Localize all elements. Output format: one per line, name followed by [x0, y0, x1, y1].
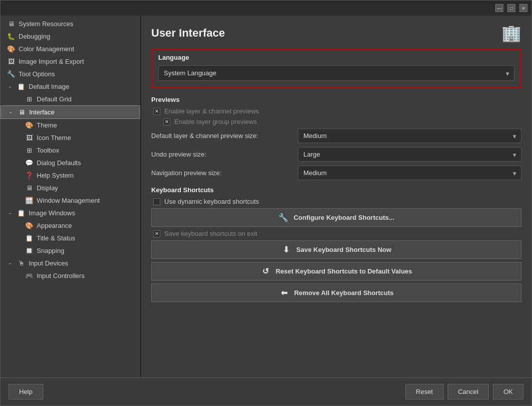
sidebar-icon-icon-theme: 🖼: [25, 134, 34, 142]
remove-keyboard-button[interactable]: ⬅ Remove All Keyboard Shortcuts: [151, 284, 521, 302]
sidebar-item-icon-theme[interactable]: 🖼Icon Theme: [1, 131, 140, 144]
ok-button[interactable]: OK: [493, 384, 523, 399]
sidebar-item-theme[interactable]: 🎨Theme: [1, 119, 140, 131]
configure-keyboard-label: Configure Keyboard Shortcuts...: [293, 214, 394, 221]
navigation-preview-row: Navigation preview size: Tiny Small Medi…: [151, 166, 521, 180]
sidebar-label-input-devices: Input Devices: [29, 259, 68, 267]
sidebar-icon-default-grid: ⊞: [25, 95, 34, 103]
default-layer-channel-row: Default layer & channel preview size: Ti…: [151, 128, 521, 143]
sidebar-label-input-controllers: Input Controllers: [37, 272, 84, 280]
default-layer-channel-dropdown-wrapper: Tiny Small Medium Large Huge: [298, 128, 521, 143]
save-keyboard-label: Save Keyboard Shortcuts Now: [296, 246, 391, 253]
sidebar-icon-display: 🖥: [25, 184, 34, 192]
sidebar-item-input-devices[interactable]: -🖱Input Devices: [1, 257, 140, 269]
checkbox-use-dynamic: Use dynamic keyboard shortcuts: [151, 198, 521, 205]
sidebar-item-color-management[interactable]: 🎨Color Management: [1, 43, 140, 55]
sidebar-item-toolbox[interactable]: ⊞Toolbox: [1, 144, 140, 157]
sidebar-icon-theme: 🎨: [25, 121, 34, 129]
right-panel: User Interface 🏢 Language System Languag…: [141, 16, 531, 377]
sidebar-item-interface[interactable]: -🖥Interface: [1, 105, 140, 119]
sidebar-label-default-image: Default Image: [29, 83, 69, 90]
enable-layer-channel-checkbox[interactable]: [153, 108, 160, 115]
save-on-exit-checkbox[interactable]: [153, 230, 160, 237]
main-window: — □ ✕ 🖥System Resources🐛Debugging🎨Color …: [0, 0, 532, 406]
sidebar-label-dialog-defaults: Dialog Defaults: [37, 159, 81, 167]
previews-section: Previews Enable layer & channel previews…: [151, 96, 521, 180]
reset-button[interactable]: Reset: [405, 384, 444, 399]
sidebar-label-snapping: Snapping: [37, 247, 64, 254]
sidebar-icon-image-import-export: 🖼: [7, 58, 16, 65]
sidebar-item-help-system[interactable]: ❓Help System: [1, 169, 140, 182]
navigation-preview-dropdown[interactable]: Tiny Small Medium Large Huge: [298, 166, 521, 180]
reset-keyboard-button[interactable]: ↺ Reset Keyboard Shortcuts to Default Va…: [151, 262, 521, 281]
panel-icon: 🏢: [501, 24, 521, 43]
checkbox-save-on-exit: Save keyboard shortcuts on exit: [151, 230, 521, 237]
titlebar: — □ ✕: [1, 1, 531, 16]
sidebar-icon-interface: 🖥: [17, 108, 26, 116]
sidebar-icon-appearance: 🎨: [25, 222, 34, 229]
undo-preview-label: Undo preview size:: [151, 151, 292, 158]
footer: Help Reset Cancel OK: [1, 377, 531, 405]
language-dropdown-wrapper: System Language English German French Sp…: [158, 65, 514, 81]
previews-title: Previews: [151, 96, 521, 103]
sidebar-item-debugging[interactable]: 🐛Debugging: [1, 30, 140, 43]
collapse-icon-image-windows: -: [7, 210, 14, 217]
checkbox-enable-layer-channel: Enable layer & channel previews: [151, 107, 521, 115]
sidebar-icon-system-resources: 🖥: [7, 20, 16, 28]
sidebar-item-tool-options[interactable]: 🔧Tool Options: [1, 68, 140, 80]
sidebar-icon-title-status: 📋: [25, 234, 34, 242]
sidebar-item-snapping[interactable]: 🔲Snapping: [1, 244, 140, 257]
default-layer-channel-dropdown[interactable]: Tiny Small Medium Large Huge: [298, 128, 521, 143]
sidebar-label-color-management: Color Management: [19, 45, 74, 53]
enable-layer-group-label: Enable layer group previews: [174, 118, 257, 125]
main-content: 🖥System Resources🐛Debugging🎨Color Manage…: [1, 16, 531, 377]
language-section: Language System Language English German …: [151, 49, 521, 88]
close-button[interactable]: ✕: [519, 4, 527, 12]
sidebar-label-image-import-export: Image Import & Export: [19, 58, 84, 65]
maximize-button[interactable]: □: [507, 4, 515, 12]
sidebar-icon-help-system: ❓: [25, 172, 34, 179]
sidebar-item-image-windows[interactable]: -📋Image Windows: [1, 207, 140, 219]
sidebar-item-system-resources[interactable]: 🖥System Resources: [1, 18, 140, 30]
help-button[interactable]: Help: [9, 384, 43, 399]
sidebar-item-image-import-export[interactable]: 🖼Image Import & Export: [1, 55, 140, 68]
navigation-preview-dropdown-wrapper: Tiny Small Medium Large Huge: [298, 166, 521, 180]
configure-keyboard-button[interactable]: 🔧 Configure Keyboard Shortcuts...: [151, 208, 521, 227]
remove-keyboard-label: Remove All Keyboard Shortcuts: [294, 289, 393, 297]
sidebar-label-interface: Interface: [29, 108, 55, 116]
undo-preview-row: Undo preview size: Tiny Small Medium Lar…: [151, 147, 521, 162]
sidebar-item-title-status[interactable]: 📋Title & Status: [1, 232, 140, 244]
sidebar-label-tool-options: Tool Options: [19, 70, 55, 78]
reset-keyboard-label: Reset Keyboard Shortcuts to Default Valu…: [276, 267, 412, 275]
panel-body: Language System Language English German …: [141, 49, 531, 377]
sidebar-item-dialog-defaults[interactable]: 💬Dialog Defaults: [1, 157, 140, 169]
sidebar-label-system-resources: System Resources: [19, 20, 73, 28]
enable-layer-group-checkbox[interactable]: [163, 118, 170, 125]
sidebar-item-input-controllers[interactable]: 🎮Input Controllers: [1, 269, 140, 282]
sidebar-item-window-management[interactable]: 🪟Window Management: [1, 194, 140, 207]
sidebar-label-image-windows: Image Windows: [29, 209, 75, 217]
use-dynamic-checkbox[interactable]: [153, 198, 160, 205]
panel-header: User Interface 🏢: [141, 16, 531, 49]
reset-keyboard-icon: ↺: [261, 266, 271, 276]
configure-keyboard-icon: 🔧: [278, 213, 288, 222]
enable-layer-channel-label: Enable layer & channel previews: [164, 107, 259, 115]
minimize-button[interactable]: —: [495, 4, 503, 12]
cancel-button[interactable]: Cancel: [448, 384, 489, 399]
sidebar-icon-color-management: 🎨: [7, 45, 16, 53]
undo-preview-dropdown[interactable]: Tiny Small Medium Large Huge: [298, 147, 521, 162]
sidebar-item-display[interactable]: 🖥Display: [1, 182, 140, 194]
sidebar-item-default-image[interactable]: -📋Default Image: [1, 80, 140, 93]
sidebar-item-default-grid[interactable]: ⊞Default Grid: [1, 93, 140, 105]
sidebar-label-theme: Theme: [37, 121, 57, 129]
sidebar-icon-toolbox: ⊞: [25, 147, 34, 154]
collapse-icon-interface: -: [7, 109, 14, 116]
sidebar-label-appearance: Appearance: [37, 222, 72, 229]
save-keyboard-button[interactable]: ⬇ Save Keyboard Shortcuts Now: [151, 240, 521, 259]
sidebar-item-appearance[interactable]: 🎨Appearance: [1, 219, 140, 232]
footer-right: Reset Cancel OK: [405, 384, 523, 399]
language-section-title: Language: [158, 54, 514, 61]
sidebar: 🖥System Resources🐛Debugging🎨Color Manage…: [1, 16, 141, 377]
sidebar-icon-dialog-defaults: 💬: [25, 159, 34, 167]
language-dropdown[interactable]: System Language English German French Sp…: [158, 65, 514, 81]
